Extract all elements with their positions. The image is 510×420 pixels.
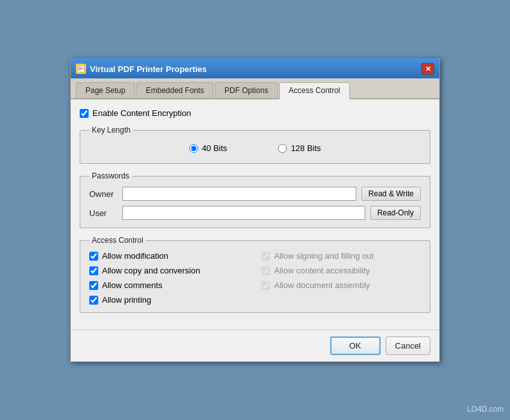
read-write-button[interactable]: Read & Write [361,187,421,201]
tab-page-setup[interactable]: Page Setup [76,82,135,98]
radio-128-label: 128 Bits [291,143,321,153]
access-item-assembly: Allow document assembly [261,280,421,290]
allow-copy-checkbox[interactable] [89,266,98,275]
access-right-col: Allow signing and filling out Allow cont… [261,251,421,305]
allow-assembly-checkbox[interactable] [261,281,270,290]
key-length-legend: Key Length [89,126,133,134]
access-item-modification: Allow modification [89,251,249,261]
allow-assembly-label: Allow document assembly [274,280,370,290]
access-left-col: Allow modification Allow copy and conver… [89,251,249,305]
access-item-printing: Allow printing [89,295,249,305]
tab-pdf-options[interactable]: PDF Options [215,82,278,98]
app-icon [76,64,86,74]
password-rows: Owner Read & Write User Read-Only [89,187,421,220]
passwords-group: Passwords Owner Read & Write User Read-O… [80,171,430,228]
allow-modification-checkbox[interactable] [89,252,98,261]
allow-printing-checkbox[interactable] [89,296,98,305]
key-length-group: Key Length 40 Bits 128 Bits [80,126,430,164]
bottom-bar: OK Cancel [71,329,439,361]
radio-40-label: 40 Bits [202,143,228,153]
svg-rect-3 [78,69,82,70]
key-length-radios: 40 Bits 128 Bits [89,141,421,156]
encryption-label[interactable]: Enable Content Encryption [92,108,191,118]
access-control-legend: Access Control [89,236,146,245]
allow-accessibility-label: Allow content accessibility [274,266,370,275]
content-area: Enable Content Encryption Key Length 40 … [71,99,439,329]
radio-128-option[interactable]: 128 Bits [278,143,321,153]
allow-modification-label[interactable]: Allow modification [102,251,168,261]
encryption-row: Enable Content Encryption [80,108,430,118]
access-item-comments: Allow comments [89,280,249,290]
allow-comments-checkbox[interactable] [89,281,98,290]
access-item-signing: Allow signing and filling out [261,251,421,261]
access-item-copy: Allow copy and conversion [89,266,249,275]
encryption-checkbox[interactable] [80,109,89,118]
allow-copy-label[interactable]: Allow copy and conversion [102,266,200,275]
user-row: User Read-Only [89,206,421,220]
watermark: LO4D.com [467,405,504,414]
read-only-button[interactable]: Read-Only [370,206,421,220]
owner-label: Owner [89,189,117,199]
allow-printing-label[interactable]: Allow printing [102,295,151,305]
allow-signing-checkbox[interactable] [261,252,270,261]
passwords-legend: Passwords [89,171,132,180]
user-input[interactable] [122,206,365,220]
allow-accessibility-checkbox[interactable] [261,266,270,275]
access-grid: Allow modification Allow copy and conver… [89,251,421,305]
access-item-accessibility: Allow content accessibility [261,266,421,275]
title-bar-left: Virtual PDF Printer Properties [76,64,207,74]
close-button[interactable]: ✕ [421,63,434,75]
window-title: Virtual PDF Printer Properties [90,64,207,74]
owner-row: Owner Read & Write [89,187,421,201]
radio-128-input[interactable] [278,144,287,153]
main-window: Virtual PDF Printer Properties ✕ Page Se… [70,58,440,362]
radio-40-input[interactable] [189,144,198,153]
allow-signing-label: Allow signing and filling out [274,251,374,261]
user-label: User [89,208,117,218]
ok-button[interactable]: OK [330,337,381,355]
cancel-button[interactable]: Cancel [386,337,430,355]
title-bar: Virtual PDF Printer Properties ✕ [71,59,439,78]
owner-input[interactable] [122,187,356,201]
allow-comments-label[interactable]: Allow comments [102,280,163,290]
tab-access-control[interactable]: Access Control [279,82,350,99]
tabs-bar: Page Setup Embedded Fonts PDF Options Ac… [71,78,439,99]
svg-rect-2 [78,68,84,69]
svg-rect-1 [78,67,82,68]
tab-embedded-fonts[interactable]: Embedded Fonts [136,82,214,98]
access-control-group: Access Control Allow modification Allow … [80,236,430,313]
radio-40-option[interactable]: 40 Bits [189,143,228,153]
